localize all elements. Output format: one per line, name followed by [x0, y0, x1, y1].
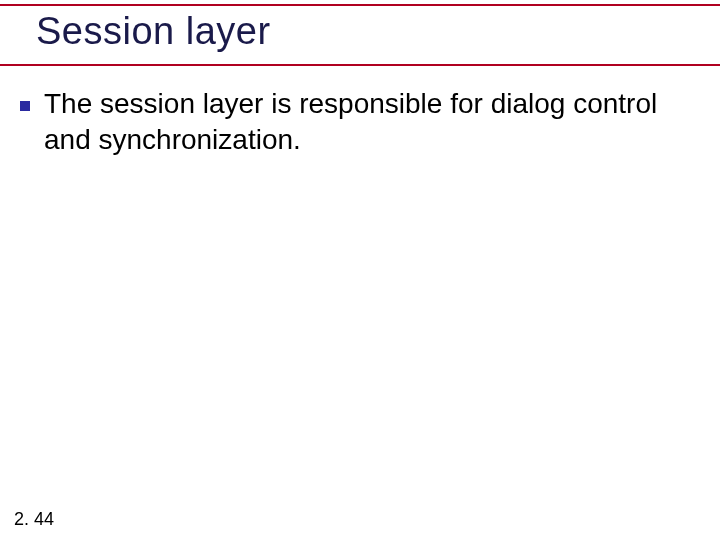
title-wrap: Session layer — [36, 10, 700, 53]
bullet-text: The session layer is responsible for dia… — [44, 86, 700, 158]
slide-title: Session layer — [36, 10, 700, 53]
body-area: The session layer is responsible for dia… — [20, 86, 700, 158]
top-rule — [0, 4, 720, 6]
slide-number: 2. 44 — [14, 509, 54, 530]
slide: Session layer The session layer is respo… — [0, 0, 720, 540]
bullet-item: The session layer is responsible for dia… — [20, 86, 700, 158]
square-bullet-icon — [20, 101, 30, 111]
title-underline-rule — [0, 64, 720, 66]
